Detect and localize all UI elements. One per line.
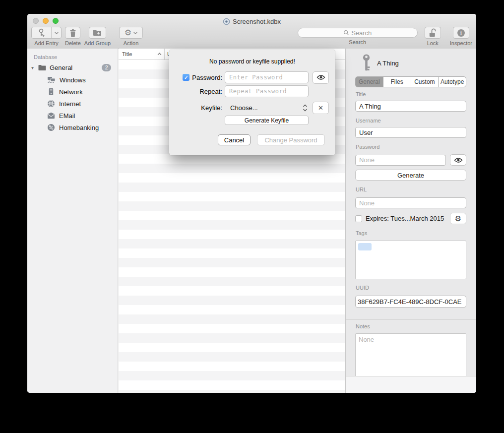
uuid-field[interactable]: 38F629B7-FC4E-489C-8DCF-0CAE [355, 296, 466, 308]
tags-box[interactable] [355, 241, 466, 279]
list-row [119, 230, 345, 239]
inspector-tool: i Inspector [450, 27, 472, 46]
sidebar-item-network[interactable]: Network [27, 86, 118, 98]
search-input[interactable]: Search [298, 28, 418, 38]
envelope-icon [47, 112, 55, 119]
expires-settings-button[interactable]: ⚙ [450, 213, 466, 224]
lock-button[interactable] [425, 27, 441, 39]
username-field-label: Username [356, 118, 466, 124]
tags-field-label: Tags [356, 231, 466, 236]
keyfile-popup-value: Choose... [230, 104, 258, 112]
search-placeholder: Search [351, 29, 372, 37]
globe-icon [47, 100, 55, 108]
dialog-repeat-label: Repeat: [199, 88, 222, 95]
dialog-password-label: Password: [192, 74, 222, 81]
dialog-keyfile-label: Keyfile: [201, 104, 222, 112]
change-password-dialog: No password or keyfile supplied! ✓ Passw… [169, 50, 335, 155]
inspector-button[interactable]: i [453, 27, 469, 39]
entry-header: A Thing [355, 54, 466, 72]
add-group-button[interactable] [89, 27, 106, 39]
window-title: Screenshot.kdbx [27, 18, 476, 25]
lock-label: Lock [427, 40, 439, 46]
add-entry-dropdown-icon[interactable] [52, 27, 61, 38]
sidebar-item-windows[interactable]: Windows [27, 74, 118, 86]
expires-row: Expires: Tues...March 2015 ⚙ [355, 213, 466, 224]
change-password-button[interactable]: Change Password [257, 134, 325, 145]
close-icon: ✕ [318, 105, 323, 111]
generate-password-button[interactable]: Generate [355, 170, 466, 181]
tag-chip[interactable] [358, 243, 372, 250]
list-row [119, 343, 345, 352]
list-row [119, 201, 345, 211]
password-field[interactable] [355, 155, 446, 166]
list-row [119, 173, 345, 183]
disclosure-triangle-icon[interactable]: ▾ [31, 65, 37, 70]
add-entry-button[interactable] [31, 27, 62, 39]
tab-files[interactable]: Files [383, 77, 411, 87]
inspector-divider [346, 319, 476, 320]
list-row [119, 211, 345, 220]
entry-count-badge: 2 [102, 64, 111, 71]
reveal-password-button[interactable] [450, 154, 466, 166]
list-row [119, 333, 345, 343]
delete-label: Delete [65, 40, 81, 46]
expires-checkbox[interactable] [355, 215, 362, 222]
url-field-label: URL [356, 187, 466, 192]
windows-icon [47, 76, 56, 84]
sidebar-item-homebanking[interactable]: Homebanking [27, 122, 118, 133]
notes-field-label: Notes [356, 324, 466, 329]
list-row [119, 380, 345, 390]
list-row [119, 220, 345, 230]
sidebar: Database ▾ General 2 Windows Network Int… [27, 49, 118, 393]
password-checkbox[interactable]: ✓ [183, 74, 189, 81]
password-row [355, 154, 466, 166]
folder-plus-icon [93, 29, 102, 36]
sidebar-item-general[interactable]: ▾ General 2 [27, 62, 118, 73]
sidebar-item-label: General [50, 64, 72, 71]
dialog-reveal-password-button[interactable] [313, 71, 329, 84]
trash-icon [69, 29, 76, 37]
sort-ascending-icon [157, 53, 162, 56]
sidebar-item-internet[interactable]: Internet [27, 98, 118, 110]
generate-keyfile-button[interactable]: Generate Keyfile [225, 116, 309, 125]
url-field[interactable] [355, 197, 466, 208]
tab-autotype[interactable]: Autotype [439, 77, 466, 87]
list-row [119, 286, 345, 296]
notes-field[interactable] [355, 333, 466, 379]
key-plus-icon[interactable] [32, 27, 52, 38]
title-field-label: Title [356, 92, 466, 97]
action-button[interactable]: ⚙ [119, 27, 143, 39]
cancel-button[interactable]: Cancel [218, 134, 251, 145]
list-row [119, 267, 345, 277]
gear-icon: ⚙ [125, 29, 131, 37]
list-row [119, 192, 345, 201]
dialog-buttons: Cancel Change Password [169, 134, 335, 145]
dialog-repeat-input[interactable] [225, 85, 309, 97]
sidebar-item-email[interactable]: EMail [27, 110, 118, 122]
clear-keyfile-button[interactable]: ✕ [313, 102, 329, 114]
gear-icon: ⚙ [455, 215, 461, 222]
unlock-icon [429, 28, 437, 37]
sidebar-item-label: Internet [59, 100, 81, 108]
percent-circle-icon [47, 124, 55, 131]
dialog-keyfile-row: Keyfile: Choose... ✕ [179, 101, 335, 114]
dialog-message: No password or keyfile supplied! [169, 58, 335, 65]
list-row [119, 314, 345, 324]
keyfile-popup[interactable]: Choose... [225, 104, 309, 112]
delete-button[interactable] [65, 27, 80, 39]
column-header-title[interactable]: Title [119, 49, 164, 60]
sidebar-item-label: Windows [60, 76, 86, 84]
list-row [119, 258, 345, 267]
desktop: { "window": { "title": "Screenshot.kdbx"… [0, 0, 504, 433]
eye-icon [454, 157, 463, 163]
popup-stepper-icon [303, 104, 308, 112]
dialog-password-input[interactable] [225, 71, 309, 83]
title-field[interactable] [355, 101, 466, 112]
username-field[interactable] [355, 127, 466, 138]
search-tool: Search Search [298, 27, 418, 45]
action-label: Action [124, 40, 139, 46]
tab-custom[interactable]: Custom [411, 77, 439, 87]
action-tool: ⚙ Action [119, 27, 143, 46]
tab-general[interactable]: General [356, 77, 383, 87]
list-row [119, 277, 345, 286]
